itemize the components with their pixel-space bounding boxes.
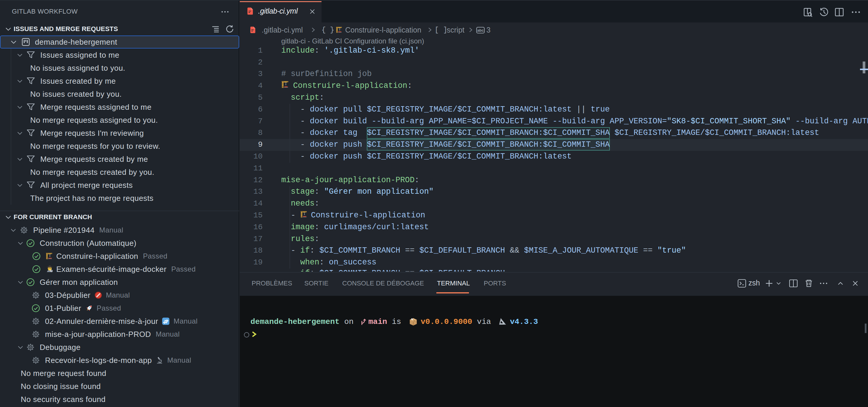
svg-text:abc: abc — [477, 28, 484, 33]
